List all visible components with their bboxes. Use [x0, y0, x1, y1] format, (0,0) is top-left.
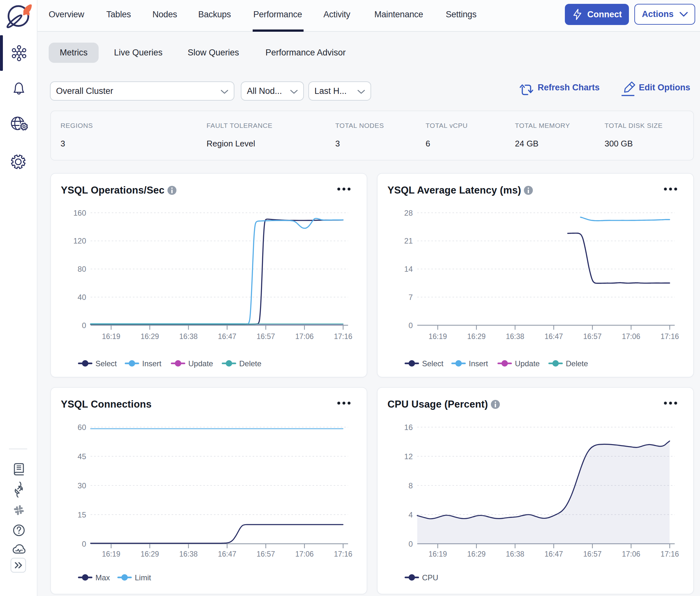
svg-text:CPU Usage (Percent): CPU Usage (Percent) [387, 399, 488, 410]
svg-text:7: 7 [409, 293, 413, 301]
svg-text:16:38: 16:38 [179, 550, 198, 558]
svg-text:28: 28 [404, 208, 413, 217]
svg-text:Insert: Insert [469, 359, 488, 368]
svg-text:17:06: 17:06 [295, 332, 314, 341]
svg-text:16:29: 16:29 [467, 332, 486, 341]
svg-text:16:38: 16:38 [506, 550, 524, 558]
svg-text:16:47: 16:47 [218, 332, 236, 341]
svg-text:16:38: 16:38 [506, 332, 524, 341]
svg-text:4: 4 [409, 511, 413, 519]
svg-text:YSQL Connections: YSQL Connections [61, 399, 152, 410]
svg-text:YSQL Average Latency (ms): YSQL Average Latency (ms) [387, 184, 521, 196]
svg-text:Update: Update [515, 359, 540, 368]
svg-text:8: 8 [409, 481, 413, 490]
svg-text:14: 14 [404, 265, 413, 273]
svg-text:16:38: 16:38 [179, 332, 198, 341]
svg-text:17:06: 17:06 [295, 550, 314, 558]
svg-text:17:16: 17:16 [660, 550, 679, 558]
svg-text:45: 45 [77, 452, 86, 461]
svg-text:60: 60 [77, 423, 86, 431]
svg-text:16:19: 16:19 [102, 550, 121, 558]
svg-text:160: 160 [73, 208, 86, 217]
svg-text:17:16: 17:16 [334, 550, 353, 558]
svg-text:16: 16 [404, 423, 413, 431]
svg-text:16:19: 16:19 [429, 550, 447, 558]
svg-text:16:57: 16:57 [583, 550, 602, 558]
svg-text:16:29: 16:29 [140, 550, 159, 558]
svg-text:0: 0 [409, 540, 413, 548]
svg-text:0: 0 [82, 321, 86, 330]
svg-text:21: 21 [404, 237, 413, 245]
svg-text:16:47: 16:47 [544, 332, 563, 341]
svg-text:Select: Select [96, 359, 117, 368]
svg-text:12: 12 [404, 452, 413, 461]
svg-text:Delete: Delete [566, 359, 588, 368]
svg-text:17:16: 17:16 [334, 332, 353, 341]
svg-text:16:47: 16:47 [218, 550, 236, 558]
svg-text:Max: Max [96, 573, 110, 582]
svg-text:40: 40 [77, 293, 86, 301]
svg-text:16:47: 16:47 [544, 550, 563, 558]
svg-text:120: 120 [73, 237, 86, 245]
svg-text:16:19: 16:19 [429, 332, 447, 341]
svg-text:Limit: Limit [135, 573, 151, 582]
svg-text:30: 30 [77, 481, 86, 490]
svg-text:15: 15 [77, 511, 86, 519]
svg-text:17:06: 17:06 [622, 550, 641, 558]
svg-text:17:06: 17:06 [622, 332, 641, 341]
svg-text:Select: Select [422, 359, 443, 368]
svg-text:16:19: 16:19 [102, 332, 121, 341]
svg-text:16:57: 16:57 [583, 332, 602, 341]
svg-text:16:29: 16:29 [140, 332, 159, 341]
svg-text:16:29: 16:29 [467, 550, 486, 558]
svg-text:17:16: 17:16 [660, 332, 679, 341]
svg-text:Insert: Insert [142, 359, 161, 368]
svg-text:16:57: 16:57 [257, 550, 275, 558]
svg-text:16:57: 16:57 [257, 332, 275, 341]
svg-text:0: 0 [409, 321, 413, 330]
svg-text:Delete: Delete [239, 359, 261, 368]
svg-text:Update: Update [188, 359, 213, 368]
svg-text:YSQL Operations/Sec: YSQL Operations/Sec [61, 184, 164, 196]
svg-text:0: 0 [82, 540, 86, 548]
svg-text:80: 80 [77, 265, 86, 273]
svg-text:CPU: CPU [422, 573, 438, 582]
